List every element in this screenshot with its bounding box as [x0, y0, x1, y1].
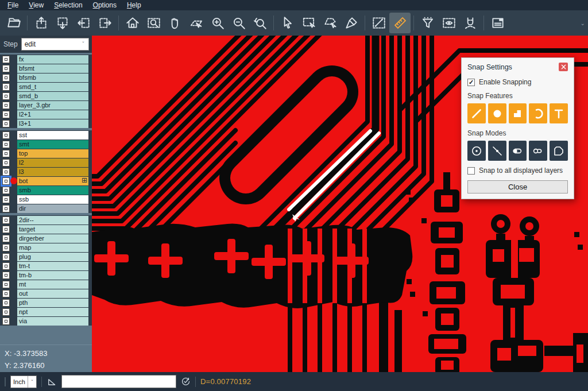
snap-button[interactable] [459, 13, 481, 33]
layer-visibility-checkbox[interactable] [2, 308, 10, 316]
layer-visibility-checkbox[interactable] [2, 92, 10, 100]
layer-row[interactable]: layer_3.gbr [0, 101, 92, 110]
layer-row[interactable]: smb [0, 186, 92, 195]
layer-visibility-checkbox[interactable] [2, 196, 10, 203]
layer-label[interactable]: plug [17, 253, 88, 261]
layer-visibility-checkbox[interactable] [2, 177, 10, 185]
snap-feature-surface-button[interactable] [509, 103, 527, 123]
layer-row[interactable]: bfsmt [0, 64, 92, 73]
show-selection-button[interactable] [438, 13, 459, 33]
layer-row[interactable]: l3+1 [0, 119, 92, 128]
drag-view-button[interactable] [185, 13, 207, 33]
layer-row[interactable]: smd_t [0, 83, 92, 91]
layer-row[interactable]: target [0, 225, 92, 234]
step-select[interactable]: edit ˇ [21, 38, 89, 51]
layer-visibility-checkbox[interactable] [2, 205, 10, 212]
layer-row[interactable]: plug [0, 253, 92, 261]
layer-label[interactable]: 2dir-- [17, 216, 88, 224]
snap-feature-pad-button[interactable] [488, 103, 506, 123]
layer-label[interactable]: l3+1 [17, 119, 88, 128]
home-button[interactable] [122, 13, 143, 33]
layer-visibility-checkbox[interactable] [2, 290, 10, 297]
layer-label[interactable]: tm-t [17, 262, 88, 270]
layer-label[interactable]: bfsmb [17, 73, 88, 82]
layer-label[interactable]: smt [17, 140, 88, 149]
layer-label[interactable]: sst [17, 131, 88, 140]
enable-snapping-checkbox[interactable]: ✓ [467, 79, 475, 86]
layer-visibility-checkbox[interactable] [2, 226, 10, 233]
snap-mode-slot-closed-button[interactable] [509, 141, 527, 161]
layer-label[interactable]: top [17, 149, 88, 158]
menu-help[interactable]: Help [122, 0, 146, 10]
layer-row[interactable]: pth [0, 299, 92, 307]
layer-visibility-checkbox[interactable] [2, 244, 10, 251]
layer-label[interactable]: via [17, 317, 88, 326]
layer-visibility-checkbox[interactable] [2, 131, 10, 139]
layer-visibility-checkbox[interactable] [2, 111, 10, 118]
layer-row[interactable]: smt [0, 140, 92, 149]
layer-row[interactable]: ssb [0, 195, 92, 204]
layer-row[interactable]: l2 [0, 158, 92, 167]
zoom-window-button[interactable] [143, 13, 164, 33]
layer-label[interactable]: bfsmt [17, 64, 88, 73]
layer-row[interactable]: l2+1 [0, 110, 92, 119]
report-button[interactable] [487, 13, 508, 33]
layer-visibility-checkbox[interactable] [2, 83, 10, 91]
dialog-close-action-button[interactable]: Close [467, 180, 568, 193]
layer-visibility-checkbox[interactable] [2, 318, 10, 325]
snap-mode-slot-open-button[interactable] [529, 141, 547, 161]
select-rectangle-button[interactable] [298, 13, 319, 33]
pan-hand-button[interactable] [164, 13, 185, 33]
layer-visibility-checkbox[interactable] [2, 150, 10, 157]
snap-all-layers-checkbox[interactable]: ✓ [467, 167, 475, 175]
layer-visibility-checkbox[interactable] [2, 253, 10, 261]
pan-left-button[interactable] [73, 13, 94, 33]
layer-visibility-checkbox[interactable] [2, 102, 10, 109]
snap-feature-text-button[interactable] [550, 103, 568, 123]
layer-row[interactable]: 2dir-- [0, 216, 92, 224]
open-button[interactable] [3, 13, 24, 33]
layer-visibility-checkbox[interactable] [2, 56, 10, 63]
layer-label[interactable]: mt [17, 280, 88, 289]
layer-label[interactable]: target [17, 225, 88, 234]
layer-visibility-checkbox[interactable] [2, 74, 10, 82]
layer-row[interactable]: sst [0, 131, 92, 140]
layer-label[interactable]: tm-b [17, 271, 88, 280]
snap-mode-midpoint-button[interactable] [488, 141, 506, 161]
layer-visibility-checkbox[interactable] [2, 262, 10, 270]
filter-button[interactable] [417, 13, 438, 33]
layer-label[interactable]: map [17, 243, 88, 252]
zoom-out-button[interactable] [228, 13, 249, 33]
layer-row[interactable]: tm-b [0, 271, 92, 280]
layer-visibility-checkbox[interactable] [2, 65, 10, 72]
angle-measure-icon[interactable] [47, 377, 57, 387]
layer-row[interactable]: smd_b [0, 92, 92, 100]
layer-row[interactable]: bot⊞ [0, 177, 92, 185]
measure-ruler-button[interactable] [389, 13, 411, 33]
clear-button[interactable] [341, 13, 362, 33]
menu-file[interactable]: File [2, 0, 24, 10]
layer-label[interactable]: dirgerber [17, 234, 88, 243]
layer-row[interactable]: mt [0, 280, 92, 289]
menu-selection[interactable]: Selection [49, 0, 87, 10]
layer-row[interactable]: npt [0, 308, 92, 316]
toolbar-overflow-chevron-icon[interactable]: ⌄ [581, 20, 585, 26]
zoom-previous-button[interactable] [249, 13, 270, 33]
layer-row[interactable]: dirgerber [0, 234, 92, 243]
layer-label[interactable]: smd_t [17, 83, 88, 91]
measure-line-button[interactable] [368, 13, 389, 33]
layer-visibility-checkbox[interactable] [2, 187, 10, 194]
layer-visibility-checkbox[interactable] [2, 272, 10, 279]
measure-value-input[interactable] [61, 375, 176, 388]
snap-mode-center-button[interactable] [467, 141, 486, 161]
layer-row[interactable]: via [0, 317, 92, 326]
layer-visibility-checkbox[interactable] [2, 235, 10, 242]
select-polygon-button[interactable] [319, 13, 341, 33]
layer-visibility-checkbox[interactable] [2, 299, 10, 307]
layer-visibility-checkbox[interactable] [2, 281, 10, 288]
layer-row[interactable]: bfsmb [0, 73, 92, 82]
snap-feature-line-button[interactable] [467, 103, 486, 123]
layer-label[interactable]: fx [17, 55, 88, 64]
pan-down-button[interactable] [52, 13, 73, 33]
layer-label[interactable]: npt [17, 308, 88, 316]
